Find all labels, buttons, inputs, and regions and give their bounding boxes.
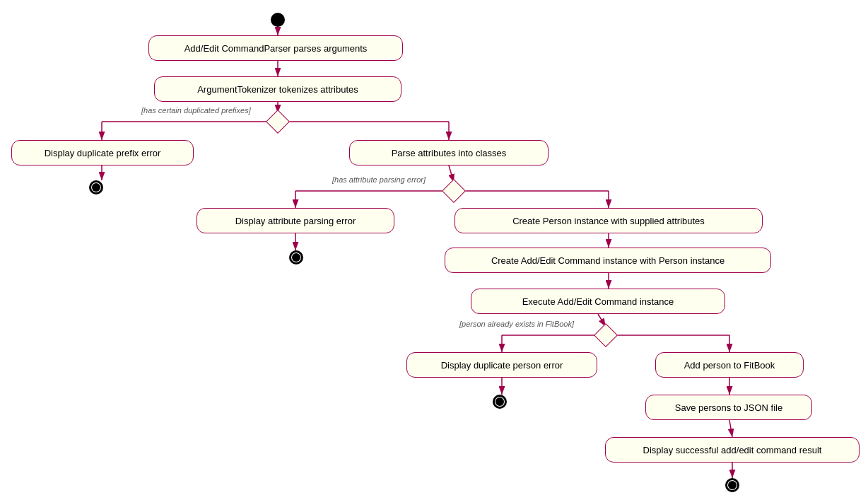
add-person-node: Add person to FitBook [655,352,804,378]
create-person-node: Create Person instance with supplied att… [454,208,763,233]
tokenize-node: ArgumentTokenizer tokenizes attributes [154,76,401,102]
svg-line-24 [729,420,732,437]
create-person-label: Create Person instance with supplied att… [512,216,705,226]
execute-command-label: Execute Add/Edit Command instance [522,296,674,307]
dup-prefix-node: Display duplicate prefix error [11,140,194,165]
activity-diagram: Add/Edit CommandParser parses arguments … [0,0,868,500]
end-node-4 [725,478,739,492]
attr-error-node: Display attribute parsing error [197,208,394,233]
dup-person-label: Display duplicate person error [441,360,563,371]
end-node-3 [493,395,507,409]
dup-prefix-label: [has certain duplicated prefixes] [141,106,251,115]
end-node-1 [89,180,103,194]
parse-attrs-label: Parse attributes into classes [392,148,507,158]
display-success-label: Display successful add/edit command resu… [643,445,822,455]
attr-error-text: Display attribute parsing error [235,216,356,226]
display-success-node: Display successful add/edit command resu… [605,437,860,463]
attr-error-label: [has attribute parsing error] [332,175,426,184]
parse-args-label: Add/Edit CommandParser parses arguments [184,43,368,54]
start-node [271,13,285,27]
parse-attrs-node: Parse attributes into classes [349,140,549,165]
dup-person-node: Display duplicate person error [406,352,597,378]
tokenize-label: ArgumentTokenizer tokenizes attributes [197,84,358,95]
execute-command-node: Execute Add/Edit Command instance [471,289,725,314]
create-command-label: Create Add/Edit Command instance with Pe… [491,255,725,266]
create-command-node: Create Add/Edit Command instance with Pe… [445,248,771,273]
save-persons-label: Save persons to JSON file [675,402,782,413]
save-persons-node: Save persons to JSON file [645,395,812,420]
end-node-2 [289,250,303,264]
dup-prefix-text: Display duplicate prefix error [45,148,161,158]
add-person-label: Add person to FitBook [684,360,775,371]
parse-args-node: Add/Edit CommandParser parses arguments [148,35,403,61]
already-exists-label: [person already exists in FitBook] [459,320,574,328]
